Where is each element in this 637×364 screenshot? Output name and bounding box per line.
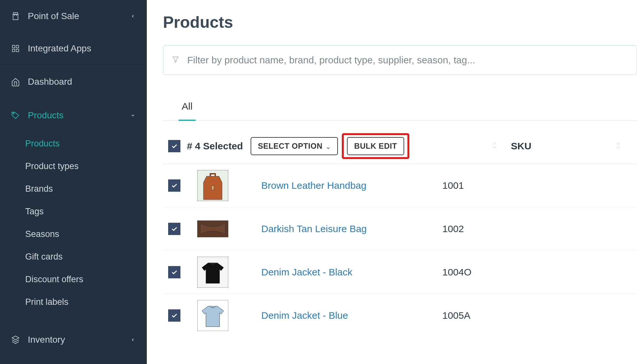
row-checkbox[interactable] bbox=[168, 266, 180, 278]
sidebar-item-label: Dashboard bbox=[28, 77, 138, 87]
sku-value: 1004O bbox=[442, 267, 471, 278]
sidebar-sub-label: Print labels bbox=[25, 297, 69, 307]
sidebar-sub-label: Discount offers bbox=[25, 274, 83, 284]
sidebar-sub-print-labels[interactable]: Print labels bbox=[0, 291, 147, 313]
sidebar-item-dashboard[interactable]: Dashboard bbox=[0, 65, 147, 99]
product-name-link[interactable]: Denim Jacket - Black bbox=[261, 267, 442, 278]
chevron-left-icon bbox=[128, 13, 138, 20]
product-thumbnail bbox=[197, 257, 228, 288]
chevron-down-icon bbox=[326, 144, 331, 149]
chevron-down-icon bbox=[128, 113, 138, 118]
sidebar-item-pos[interactable]: Point of Sale bbox=[0, 0, 147, 32]
row-checkbox[interactable] bbox=[168, 309, 180, 322]
tab-row: All bbox=[163, 101, 637, 121]
page-title: Products bbox=[163, 13, 637, 32]
sidebar-item-label: Integrated Apps bbox=[28, 43, 138, 54]
table-row: Brown Leather Handbag 1001 bbox=[163, 164, 637, 207]
sidebar-sub-label: Tags bbox=[25, 207, 44, 217]
filter-input[interactable] bbox=[187, 55, 628, 66]
product-thumbnail bbox=[197, 170, 228, 201]
sidebar-sub-label: Product types bbox=[25, 161, 79, 171]
product-name-link[interactable]: Darkish Tan Leisure Bag bbox=[261, 223, 442, 234]
chevron-left-icon bbox=[128, 336, 138, 343]
button-label: BULK EDIT bbox=[354, 142, 397, 151]
filter-bar bbox=[163, 45, 637, 75]
sidebar-sub-label: Seasons bbox=[25, 229, 59, 239]
sidebar-sub-tags[interactable]: Tags bbox=[0, 200, 147, 223]
sidebar-sub-brands[interactable]: Brands bbox=[0, 177, 147, 200]
sidebar-item-products[interactable]: Products bbox=[0, 99, 147, 132]
sidebar-sub-seasons[interactable]: Seasons bbox=[0, 223, 147, 245]
sidebar-item-label: Point of Sale bbox=[28, 11, 128, 21]
tag-icon bbox=[9, 111, 22, 120]
sidebar-sub-product-types[interactable]: Product types bbox=[0, 155, 147, 177]
shopping-bag-icon bbox=[9, 11, 22, 21]
product-name-link[interactable]: Brown Leather Handbag bbox=[261, 180, 442, 191]
row-checkbox[interactable] bbox=[168, 223, 180, 235]
product-name-link[interactable]: Denim Jacket - Blue bbox=[261, 310, 442, 321]
table-row: Darkish Tan Leisure Bag 1002 bbox=[163, 207, 637, 251]
button-label: SELECT OPTION bbox=[258, 142, 322, 151]
table-header: # 4 Selected SELECT OPTION BULK EDIT SKU bbox=[163, 128, 637, 164]
sidebar-sub-label: Brands bbox=[25, 184, 53, 194]
sidebar-sub-label: Products bbox=[25, 139, 60, 149]
svg-rect-1 bbox=[16, 45, 19, 48]
sidebar-item-integrated-apps[interactable]: Integrated Apps bbox=[0, 32, 147, 65]
sku-value: 1001 bbox=[442, 180, 464, 191]
filter-icon bbox=[172, 56, 180, 65]
bulk-edit-highlight: BULK EDIT bbox=[342, 133, 409, 159]
table-row: Denim Jacket - Blue 1005A bbox=[163, 294, 637, 337]
sku-value: 1005A bbox=[442, 310, 470, 321]
svg-rect-2 bbox=[12, 49, 15, 52]
layers-icon bbox=[9, 335, 22, 344]
apps-grid-icon bbox=[9, 44, 22, 53]
home-icon bbox=[9, 77, 22, 86]
tab-all[interactable]: All bbox=[178, 101, 196, 121]
bulk-edit-button[interactable]: BULK EDIT bbox=[347, 137, 404, 155]
sidebar-item-label: Products bbox=[28, 110, 128, 121]
sidebar: Point of Sale Integrated Apps Dashboard … bbox=[0, 0, 147, 364]
svg-point-4 bbox=[13, 113, 14, 114]
sidebar-item-label: Inventory bbox=[28, 335, 128, 345]
sort-arrows-icon[interactable] bbox=[615, 141, 623, 151]
column-header-sku[interactable]: SKU bbox=[511, 141, 531, 152]
table-row: Denim Jacket - Black 1004O bbox=[163, 251, 637, 294]
select-all-checkbox[interactable] bbox=[168, 140, 180, 152]
sort-arrows-icon[interactable] bbox=[491, 141, 499, 151]
row-checkbox[interactable] bbox=[168, 179, 180, 192]
product-thumbnail bbox=[197, 213, 228, 244]
sidebar-sub-gift-cards[interactable]: Gift cards bbox=[0, 245, 147, 268]
sku-value: 1002 bbox=[442, 223, 464, 234]
sidebar-item-inventory[interactable]: Inventory bbox=[0, 323, 147, 357]
product-thumbnail bbox=[197, 300, 228, 331]
svg-rect-0 bbox=[12, 45, 15, 48]
svg-rect-6 bbox=[211, 186, 214, 190]
svg-rect-3 bbox=[16, 49, 19, 52]
main-content: Products All # 4 Selected SELECT OPTION … bbox=[147, 0, 637, 364]
sidebar-sub-products[interactable]: Products bbox=[0, 132, 147, 155]
sidebar-sub-label: Gift cards bbox=[25, 252, 63, 262]
select-option-button[interactable]: SELECT OPTION bbox=[251, 137, 338, 155]
selected-count: # 4 Selected bbox=[187, 141, 243, 152]
sidebar-sub-discount-offers[interactable]: Discount offers bbox=[0, 268, 147, 291]
